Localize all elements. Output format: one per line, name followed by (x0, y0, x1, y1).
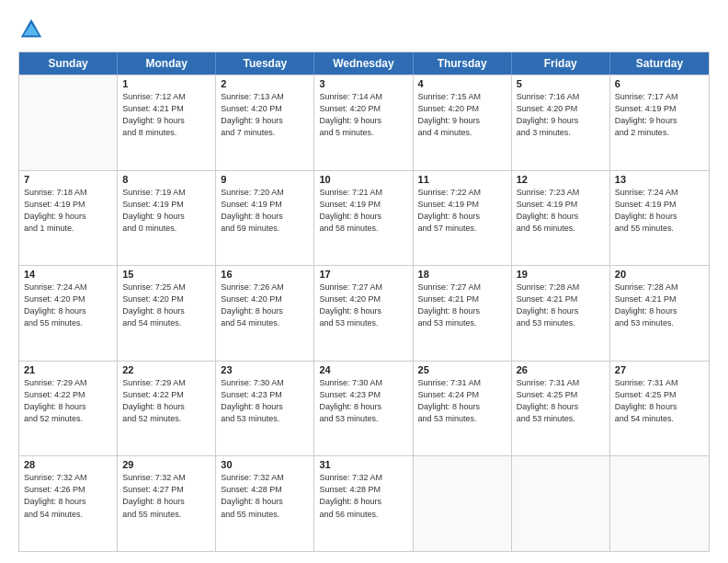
day-number: 18 (418, 269, 506, 280)
calendar-cell: 19Sunrise: 7:28 AM Sunset: 4:21 PM Dayli… (512, 266, 610, 361)
day-number: 22 (122, 364, 210, 375)
cell-info: Sunrise: 7:15 AM Sunset: 4:20 PM Dayligh… (418, 91, 506, 139)
weekday-header-wednesday: Wednesday (314, 52, 413, 75)
calendar-header-row: SundayMondayTuesdayWednesdayThursdayFrid… (19, 52, 709, 75)
day-number: 3 (319, 78, 407, 89)
cell-info: Sunrise: 7:12 AM Sunset: 4:21 PM Dayligh… (122, 91, 210, 139)
calendar-cell: 6Sunrise: 7:17 AM Sunset: 4:19 PM Daylig… (610, 75, 709, 170)
calendar-cell: 17Sunrise: 7:27 AM Sunset: 4:20 PM Dayli… (314, 266, 413, 361)
calendar-cell (414, 456, 512, 551)
day-number: 27 (615, 364, 704, 375)
day-number: 23 (221, 364, 309, 375)
day-number: 14 (24, 269, 112, 280)
calendar-cell (19, 75, 118, 170)
cell-info: Sunrise: 7:30 AM Sunset: 4:23 PM Dayligh… (319, 377, 407, 425)
calendar-cell: 21Sunrise: 7:29 AM Sunset: 4:22 PM Dayli… (19, 362, 118, 456)
calendar-cell (512, 456, 610, 551)
calendar-row-4: 28Sunrise: 7:32 AM Sunset: 4:26 PM Dayli… (19, 455, 709, 551)
calendar-cell: 13Sunrise: 7:24 AM Sunset: 4:19 PM Dayli… (610, 171, 709, 266)
cell-info: Sunrise: 7:18 AM Sunset: 4:19 PM Dayligh… (24, 187, 112, 235)
calendar-cell: 7Sunrise: 7:18 AM Sunset: 4:19 PM Daylig… (19, 171, 118, 266)
day-number: 24 (319, 364, 407, 375)
calendar-cell: 14Sunrise: 7:24 AM Sunset: 4:20 PM Dayli… (19, 266, 118, 361)
day-number: 13 (615, 174, 704, 185)
calendar-cell: 24Sunrise: 7:30 AM Sunset: 4:23 PM Dayli… (314, 362, 413, 456)
calendar-cell: 8Sunrise: 7:19 AM Sunset: 4:19 PM Daylig… (118, 171, 216, 266)
cell-info: Sunrise: 7:22 AM Sunset: 4:19 PM Dayligh… (418, 187, 506, 235)
cell-info: Sunrise: 7:13 AM Sunset: 4:20 PM Dayligh… (221, 91, 309, 139)
cell-info: Sunrise: 7:28 AM Sunset: 4:21 PM Dayligh… (615, 282, 704, 329)
calendar-cell: 11Sunrise: 7:22 AM Sunset: 4:19 PM Dayli… (414, 171, 512, 266)
cell-info: Sunrise: 7:28 AM Sunset: 4:21 PM Dayligh… (517, 282, 605, 329)
header (18, 17, 710, 42)
calendar-cell: 15Sunrise: 7:25 AM Sunset: 4:20 PM Dayli… (118, 266, 216, 361)
cell-info: Sunrise: 7:27 AM Sunset: 4:21 PM Dayligh… (418, 282, 506, 329)
day-number: 17 (319, 269, 407, 280)
calendar-cell: 4Sunrise: 7:15 AM Sunset: 4:20 PM Daylig… (414, 75, 512, 170)
cell-info: Sunrise: 7:29 AM Sunset: 4:22 PM Dayligh… (24, 377, 112, 425)
weekday-header-friday: Friday (512, 52, 610, 75)
day-number: 28 (24, 459, 112, 470)
day-number: 15 (122, 269, 210, 280)
cell-info: Sunrise: 7:31 AM Sunset: 4:24 PM Dayligh… (418, 377, 506, 425)
day-number: 4 (418, 78, 506, 89)
day-number: 12 (517, 174, 605, 185)
calendar-cell: 10Sunrise: 7:21 AM Sunset: 4:19 PM Dayli… (314, 171, 413, 266)
calendar: SundayMondayTuesdayWednesdayThursdayFrid… (18, 52, 710, 552)
cell-info: Sunrise: 7:20 AM Sunset: 4:19 PM Dayligh… (221, 187, 309, 235)
cell-info: Sunrise: 7:31 AM Sunset: 4:25 PM Dayligh… (517, 377, 605, 425)
calendar-cell: 12Sunrise: 7:23 AM Sunset: 4:19 PM Dayli… (512, 171, 610, 266)
logo-icon (18, 17, 44, 42)
day-number: 8 (122, 174, 210, 185)
weekday-header-thursday: Thursday (414, 52, 512, 75)
calendar-row-3: 21Sunrise: 7:29 AM Sunset: 4:22 PM Dayli… (19, 361, 709, 456)
cell-info: Sunrise: 7:24 AM Sunset: 4:20 PM Dayligh… (24, 282, 112, 329)
calendar-cell: 31Sunrise: 7:32 AM Sunset: 4:28 PM Dayli… (314, 456, 413, 551)
cell-info: Sunrise: 7:24 AM Sunset: 4:19 PM Dayligh… (615, 187, 704, 235)
calendar-cell: 28Sunrise: 7:32 AM Sunset: 4:26 PM Dayli… (19, 456, 118, 551)
cell-info: Sunrise: 7:19 AM Sunset: 4:19 PM Dayligh… (122, 187, 210, 235)
cell-info: Sunrise: 7:29 AM Sunset: 4:22 PM Dayligh… (122, 377, 210, 425)
cell-info: Sunrise: 7:32 AM Sunset: 4:26 PM Dayligh… (24, 472, 112, 520)
cell-info: Sunrise: 7:30 AM Sunset: 4:23 PM Dayligh… (221, 377, 309, 425)
logo (18, 17, 48, 42)
calendar-cell: 26Sunrise: 7:31 AM Sunset: 4:25 PM Dayli… (512, 362, 610, 456)
cell-info: Sunrise: 7:17 AM Sunset: 4:19 PM Dayligh… (615, 91, 704, 139)
calendar-cell: 18Sunrise: 7:27 AM Sunset: 4:21 PM Dayli… (414, 266, 512, 361)
calendar-cell: 16Sunrise: 7:26 AM Sunset: 4:20 PM Dayli… (216, 266, 314, 361)
calendar-cell: 9Sunrise: 7:20 AM Sunset: 4:19 PM Daylig… (216, 171, 314, 266)
day-number: 7 (24, 174, 112, 185)
cell-info: Sunrise: 7:26 AM Sunset: 4:20 PM Dayligh… (221, 282, 309, 329)
day-number: 6 (615, 78, 704, 89)
calendar-cell: 20Sunrise: 7:28 AM Sunset: 4:21 PM Dayli… (610, 266, 709, 361)
day-number: 31 (319, 459, 407, 470)
cell-info: Sunrise: 7:31 AM Sunset: 4:25 PM Dayligh… (615, 377, 704, 425)
day-number: 19 (517, 269, 605, 280)
calendar-cell: 2Sunrise: 7:13 AM Sunset: 4:20 PM Daylig… (216, 75, 314, 170)
calendar-cell (610, 456, 709, 551)
page: SundayMondayTuesdayWednesdayThursdayFrid… (0, 0, 728, 563)
cell-info: Sunrise: 7:14 AM Sunset: 4:20 PM Dayligh… (319, 91, 407, 139)
day-number: 25 (418, 364, 506, 375)
day-number: 20 (615, 269, 704, 280)
day-number: 1 (122, 78, 210, 89)
calendar-cell: 1Sunrise: 7:12 AM Sunset: 4:21 PM Daylig… (118, 75, 216, 170)
cell-info: Sunrise: 7:21 AM Sunset: 4:19 PM Dayligh… (319, 187, 407, 235)
cell-info: Sunrise: 7:16 AM Sunset: 4:20 PM Dayligh… (517, 91, 605, 139)
day-number: 29 (122, 459, 210, 470)
day-number: 10 (319, 174, 407, 185)
weekday-header-tuesday: Tuesday (216, 52, 314, 75)
calendar-body: 1Sunrise: 7:12 AM Sunset: 4:21 PM Daylig… (19, 75, 709, 551)
day-number: 2 (221, 78, 309, 89)
day-number: 11 (418, 174, 506, 185)
day-number: 9 (221, 174, 309, 185)
calendar-cell: 27Sunrise: 7:31 AM Sunset: 4:25 PM Dayli… (610, 362, 709, 456)
day-number: 16 (221, 269, 309, 280)
weekday-header-monday: Monday (118, 52, 216, 75)
calendar-cell: 25Sunrise: 7:31 AM Sunset: 4:24 PM Dayli… (414, 362, 512, 456)
calendar-cell: 5Sunrise: 7:16 AM Sunset: 4:20 PM Daylig… (512, 75, 610, 170)
cell-info: Sunrise: 7:23 AM Sunset: 4:19 PM Dayligh… (517, 187, 605, 235)
weekday-header-sunday: Sunday (19, 52, 118, 75)
cell-info: Sunrise: 7:32 AM Sunset: 4:28 PM Dayligh… (319, 472, 407, 520)
calendar-cell: 30Sunrise: 7:32 AM Sunset: 4:28 PM Dayli… (216, 456, 314, 551)
